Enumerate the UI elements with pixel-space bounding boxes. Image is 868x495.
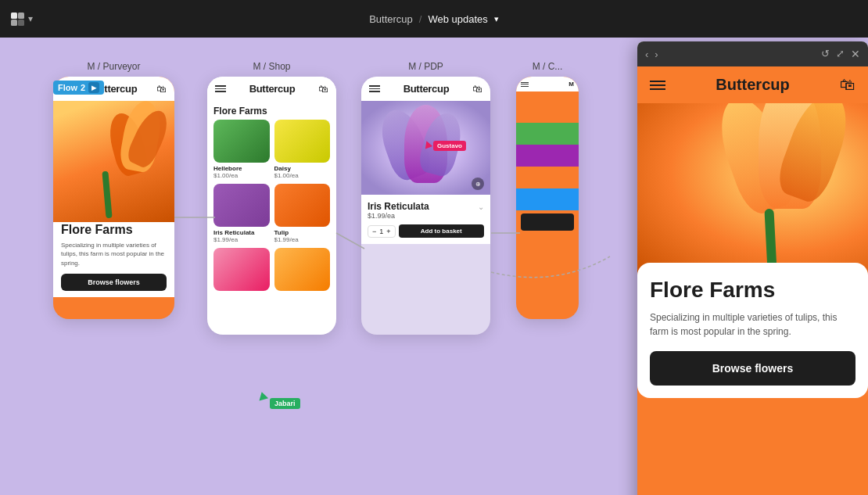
- phone4-brand: M: [569, 81, 574, 88]
- swatch3: [516, 145, 579, 167]
- shop-item-tulip[interactable]: Tulip $1.99/ea: [274, 184, 331, 243]
- phone-partial: M / C... M: [516, 61, 579, 319]
- phone2-content: Flore Farms Hellebore $1.00/ea Daisy $1.…: [207, 101, 336, 293]
- separator: /: [419, 13, 422, 25]
- jabari-cursor: Jabari: [258, 392, 300, 409]
- preview-cart-icon[interactable]: 🛍: [840, 76, 855, 94]
- shop-item-hellebore[interactable]: Hellebore $1.00/ea: [213, 120, 270, 179]
- phone4-cta: [521, 213, 574, 231]
- phone2-frame: Buttercup 🛍 Flore Farms Hellebore $1.00/…: [207, 77, 336, 335]
- external-link-icon[interactable]: ⤢: [836, 48, 845, 60]
- phone1-info-card: Flore Farms Specializing in multiple var…: [53, 214, 174, 297]
- daisy-img: [274, 120, 331, 163]
- preview-menu-icon: [650, 81, 665, 90]
- flow-badge[interactable]: Flow 2 ▶: [53, 81, 104, 95]
- pdp-expand-btn[interactable]: ⌄: [478, 203, 484, 211]
- qty-minus[interactable]: −: [372, 228, 376, 235]
- preview-nav-arrows: ‹ ›: [645, 48, 658, 60]
- swatch5: [516, 188, 579, 210]
- preview-controls: ↺ ⤢ ✕: [821, 48, 860, 60]
- swatch4: [516, 167, 579, 188]
- tulip-img: [274, 184, 331, 227]
- daisy-price: $1.00/ea: [274, 172, 331, 179]
- qty-plus[interactable]: +: [386, 228, 390, 235]
- jabari-label: Jabari: [270, 398, 300, 409]
- expand-icon[interactable]: ⊕: [472, 178, 484, 190]
- svg-rect-3: [18, 20, 24, 26]
- preview-hero-bg: [637, 103, 868, 275]
- shop-item-iris[interactable]: Iris Reticulata $1.99/ea: [213, 184, 270, 243]
- shop-item-daisy[interactable]: Daisy $1.00/ea: [274, 120, 331, 179]
- flow-number: 2: [81, 83, 85, 92]
- phone4-menu-icon: [521, 82, 529, 87]
- shop-section-title: Flore Farms: [207, 101, 336, 120]
- shop-item-5[interactable]: [213, 248, 270, 293]
- preview-phone-nav: Buttercup 🛍: [637, 66, 868, 103]
- svg-rect-2: [11, 20, 17, 26]
- flow-label: Flow: [58, 83, 77, 92]
- phone3-frame: Buttercup 🛍 ⊕ Gustavo: [361, 77, 490, 335]
- phone1-browse-button[interactable]: Browse flowers: [61, 274, 167, 291]
- hellebore-img: [213, 120, 270, 163]
- topbar: ▾ Buttercup / Web updates ▾: [0, 0, 868, 38]
- phone2-cart-icon[interactable]: 🛍: [318, 83, 328, 95]
- preview-brand-name: Buttercup: [716, 76, 789, 94]
- phone3-navbar: Buttercup 🛍: [361, 77, 490, 101]
- phone3-label: M / PDP: [408, 61, 443, 72]
- preview-browse-button[interactable]: Browse flowers: [650, 351, 855, 386]
- phone1-farm-title: Flore Farms: [61, 222, 167, 237]
- project-name: Buttercup: [369, 13, 413, 25]
- add-to-basket-button[interactable]: Add to basket: [399, 224, 484, 238]
- tulip-name: Tulip: [274, 229, 331, 236]
- refresh-icon[interactable]: ↺: [821, 48, 830, 60]
- forward-arrow[interactable]: ›: [655, 48, 658, 60]
- preview-titlebar: ‹ › ↺ ⤢ ✕: [637, 41, 868, 66]
- preview-content: Buttercup 🛍 Flore Farms Specia: [637, 66, 868, 495]
- iris-img: [213, 184, 270, 227]
- phone2-brand: Buttercup: [249, 83, 296, 95]
- swatch1: [516, 91, 579, 123]
- shop-grid: Hellebore $1.00/ea Daisy $1.00/ea Iris R…: [207, 120, 336, 293]
- phone-shop: M / Shop Buttercup 🛍 Flore Farms Hellebo…: [207, 61, 336, 335]
- shop-item-6[interactable]: [274, 248, 331, 293]
- page-name: Web updates: [428, 13, 487, 25]
- phone1-label: M / Purveyor: [87, 61, 140, 72]
- gustavo-arrow: [423, 140, 432, 149]
- phone4-frame: M: [516, 77, 579, 319]
- pdp-info: Iris Reticulata ⌄ $1.99/ea − 1 + Add to …: [361, 195, 490, 244]
- phone3-menu-icon: [369, 85, 380, 92]
- preview-farm-desc: Specializing in multiple varieties of tu…: [650, 310, 855, 339]
- iris-name: Iris Reticulata: [213, 229, 270, 236]
- app-logo[interactable]: ▾: [9, 11, 33, 27]
- qty-value: 1: [379, 228, 383, 235]
- close-button[interactable]: ✕: [851, 48, 860, 60]
- phone1-hero: [53, 101, 174, 222]
- quantity-control[interactable]: − 1 +: [368, 225, 396, 238]
- gustavo-label: Gustavo: [433, 141, 466, 151]
- phone4-navbar: M: [516, 77, 579, 91]
- preview-window: ‹ › ↺ ⤢ ✕ Buttercup 🛍: [637, 41, 868, 495]
- pink-img: [213, 248, 270, 291]
- svg-rect-1: [18, 13, 24, 19]
- phone2-navbar: Buttercup 🛍: [207, 77, 336, 101]
- svg-rect-0: [11, 13, 17, 19]
- iris-price: $1.99/ea: [213, 236, 270, 243]
- phone-purveyor: M / Purveyor Buttercup 🛍: [53, 61, 174, 319]
- pdp-product-price: $1.99/ea: [368, 212, 484, 220]
- swatch2: [516, 123, 579, 145]
- preview-farm-title: Flore Farms: [650, 278, 855, 303]
- hellebore-price: $1.00/ea: [213, 172, 270, 179]
- pdp-actions: − 1 + Add to basket: [368, 224, 484, 238]
- phone3-brand: Buttercup: [404, 83, 450, 95]
- project-title: Buttercup / Web updates ▾: [369, 13, 499, 25]
- phone1-frame: Buttercup 🛍 Flore Farms Specializing in …: [53, 77, 174, 319]
- pdp-product-name: Iris Reticulata: [368, 201, 429, 212]
- cart-icon[interactable]: 🛍: [156, 83, 167, 95]
- back-arrow[interactable]: ‹: [645, 48, 648, 60]
- preview-hero: [637, 103, 868, 275]
- title-chevron[interactable]: ▾: [494, 14, 499, 24]
- flow-play-button[interactable]: ▶: [88, 82, 99, 93]
- design-canvas: Flow 2 ▶ M / Purveyor Buttercup 🛍: [0, 38, 868, 495]
- phone-pdp: M / PDP Buttercup 🛍 ⊕: [361, 61, 490, 335]
- phone3-cart-icon[interactable]: 🛍: [472, 83, 482, 95]
